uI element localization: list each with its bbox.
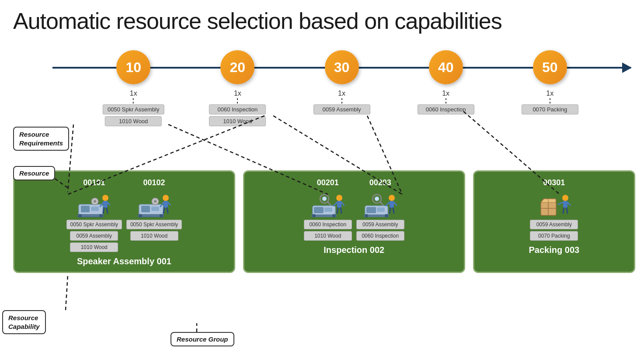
svg-point-7 xyxy=(94,200,96,203)
svg-point-5 xyxy=(99,214,103,218)
timeline-node-20: 20 xyxy=(220,50,254,84)
cap-box-00301-2: 0070 Packing xyxy=(530,231,578,241)
group-title-003: Packing 003 xyxy=(480,245,629,255)
svg-point-50 xyxy=(375,197,379,201)
node-circle-50: 50 xyxy=(533,50,567,84)
req-multiplier-40: 1x xyxy=(442,90,449,97)
svg-point-48 xyxy=(385,214,388,218)
svg-line-27 xyxy=(167,208,168,213)
resource-id-00203: 00203 xyxy=(369,178,391,187)
machine-icon-00203 xyxy=(363,189,398,219)
svg-point-33 xyxy=(332,214,336,218)
timeline-container: 10 20 30 40 50 xyxy=(52,50,631,85)
resource-id-00102: 00102 xyxy=(143,178,165,187)
resource-item-00201: 00201 xyxy=(304,178,352,242)
machine-icon-00201 xyxy=(310,189,345,219)
svg-point-19 xyxy=(160,214,163,218)
svg-rect-1 xyxy=(81,206,90,212)
resource-id-00201: 00201 xyxy=(317,178,339,187)
cap-box-00301-1: 0059 Assembly xyxy=(530,220,578,229)
svg-line-51 xyxy=(380,202,383,205)
group-title-002: Inspection 002 xyxy=(250,245,459,255)
machine-icon-00102 xyxy=(137,189,172,219)
svg-rect-9 xyxy=(103,201,108,208)
req-box-40-1: 0060 Inspection xyxy=(418,104,474,114)
svg-rect-44 xyxy=(366,207,376,213)
svg-rect-15 xyxy=(141,206,150,212)
resource-group-001: 00101 xyxy=(13,170,235,273)
req-dashed-40 xyxy=(446,98,446,104)
cap-box-00101-1: 0050 Spkr Assembly xyxy=(66,220,122,229)
svg-line-36 xyxy=(327,202,331,205)
req-box-20-2: 1010 Wood xyxy=(209,116,266,126)
svg-line-42 xyxy=(341,208,341,213)
svg-rect-16 xyxy=(151,207,159,211)
req-box-10-2: 1010 Wood xyxy=(105,116,162,126)
machine-icon-00301 xyxy=(536,189,571,219)
svg-line-11 xyxy=(108,202,110,205)
cap-box-00203-1: 0059 Assembly xyxy=(356,220,404,229)
cap-box-00201-2: 1010 Wood xyxy=(304,231,352,241)
svg-point-21 xyxy=(154,200,157,203)
timeline-node-50: 50 xyxy=(533,50,567,84)
svg-line-39 xyxy=(334,202,337,206)
callout-resource: Resource xyxy=(13,166,55,180)
req-multiplier-20: 1x xyxy=(234,90,241,97)
req-dashed-20 xyxy=(237,98,238,104)
req-multiplier-50: 1x xyxy=(546,90,553,97)
req-box-50-1: 0070 Packing xyxy=(522,104,578,114)
svg-point-47 xyxy=(365,214,368,218)
req-group-30: 1x 0059 Assembly xyxy=(313,90,370,115)
cap-box-00201-1: 0060 Inspection xyxy=(304,220,352,229)
req-group-40: 1x 0060 Inspection xyxy=(418,90,474,115)
svg-line-64 xyxy=(558,202,563,204)
svg-point-22 xyxy=(163,195,169,201)
group-title-001: Speaker Assembly 001 xyxy=(20,256,229,266)
req-group-50: 1x 0070 Packing xyxy=(522,90,578,115)
svg-rect-2 xyxy=(91,207,99,211)
node-circle-20: 20 xyxy=(220,50,254,84)
svg-rect-30 xyxy=(324,207,332,212)
svg-line-54 xyxy=(386,202,390,206)
svg-line-41 xyxy=(337,208,338,213)
requirements-container: 1x 0050 Spkr Assembly 1010 Wood 1x 0060 … xyxy=(52,90,631,159)
svg-point-32 xyxy=(312,214,316,218)
cap-box-00101-3: 1010 Wood xyxy=(70,242,118,252)
cap-box-00102-1: 0050 Spkr Assembly xyxy=(126,220,182,229)
resource-group-002: 00201 xyxy=(243,170,465,273)
resource-id-00301: 00301 xyxy=(543,178,565,187)
svg-point-8 xyxy=(102,195,108,201)
resource-id-00101: 00101 xyxy=(83,178,105,187)
resource-items-row-003: 00301 0059 Assembly xyxy=(480,178,629,242)
svg-line-57 xyxy=(393,208,394,213)
req-dashed-10 xyxy=(133,98,134,104)
page-title: Automatic resource selection based on ca… xyxy=(0,0,644,34)
req-box-30-1: 0059 Assembly xyxy=(313,104,370,114)
svg-line-55 xyxy=(394,202,397,205)
svg-point-37 xyxy=(336,195,342,201)
svg-rect-38 xyxy=(337,201,341,208)
req-multiplier-10: 1x xyxy=(130,90,137,97)
resource-items-row-002: 00201 xyxy=(250,178,459,242)
machine-icon-00101 xyxy=(77,189,111,219)
svg-line-13 xyxy=(107,208,108,213)
svg-line-75 xyxy=(66,275,68,310)
svg-line-26 xyxy=(164,208,164,213)
node-circle-30: 30 xyxy=(325,50,359,84)
node-circle-10: 10 xyxy=(116,50,150,84)
svg-rect-63 xyxy=(563,201,567,208)
callout-resource-group: Resource Group xyxy=(171,332,234,346)
svg-line-25 xyxy=(168,202,170,205)
req-group-10: 1x 0050 Spkr Assembly 1010 Wood xyxy=(103,90,164,127)
cap-box-00101-2: 0059 Assembly xyxy=(70,231,118,241)
svg-point-52 xyxy=(389,195,395,201)
node-circle-40: 40 xyxy=(429,50,463,84)
timeline-node-30: 30 xyxy=(325,50,359,84)
svg-rect-45 xyxy=(377,207,385,212)
timeline-arrow xyxy=(622,62,632,73)
resource-group-003: 00301 0059 Assembly xyxy=(473,170,635,273)
callout-resource-capability: ResourceCapability xyxy=(2,310,46,334)
resource-items-row-001: 00101 xyxy=(20,178,229,253)
resource-item-00102: 00102 0050 Spkr Asse xyxy=(126,178,182,253)
svg-rect-29 xyxy=(314,207,324,213)
